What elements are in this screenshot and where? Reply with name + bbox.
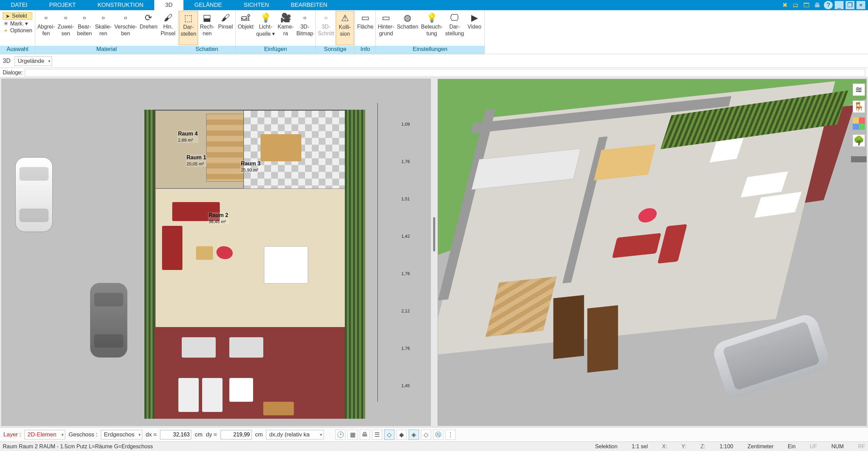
snap3-icon[interactable]: ◈ [409,430,419,440]
sonstige-btn-1[interactable]: ⚠Kolli-sion [336,11,354,45]
material-btn-4[interactable]: ▫Verschie-ben [113,11,138,45]
room-label-3: Raum 236,45 m² [208,212,229,224]
dim-right-1: 1,76 [401,159,410,164]
dx-input[interactable] [160,430,191,439]
material-icon-4: ▫ [119,12,132,23]
room-label-0: Raum 42,89 m² [177,131,198,143]
mark-button[interactable]: ✳Mark. ▾ [3,20,32,27]
status-scale: 1:100 [720,444,733,450]
menu-datei[interactable]: DATEI [0,0,38,10]
material-btn-1[interactable]: ▫Zuwei-sen [56,11,75,45]
window-minimize[interactable]: _ [835,1,844,9]
material-icon-6: 🖌 [162,12,175,23]
material-icon-1: ▫ [59,12,72,23]
bottom-icons: 🕑 ▦ 🖶 ☰ ◇ ◆ ◈ ◇ Ⓝ ⋮ [335,430,456,440]
nav-circle-icon[interactable]: Ⓝ [433,430,443,440]
room-label-2: Raum 325,90 m² [240,161,261,173]
2d-viewport[interactable]: Raum 42,89 m²Raum 120,05 m²Raum 325,90 m… [1,79,431,426]
tool2-icon[interactable]: 🗂 [791,1,800,9]
einfuegen-btn-1[interactable]: 💡Licht-quelle ▾ [255,11,276,45]
menu-sichten[interactable]: SICHTEN [233,0,280,10]
status-y: Y: [681,444,686,450]
info-btn-0[interactable]: ▭Fläche [356,11,375,45]
dialoge-label: Dialoge: [3,70,23,76]
einstellungen-btn-2[interactable]: 💡Beleuch-tung [420,11,444,45]
einstellungen-btn-1[interactable]: ◍Schatten [395,11,420,45]
snap1-icon[interactable]: ◇ [384,430,394,440]
status-x: X: [662,444,667,450]
dim-right-0: 1,09 [401,122,410,127]
window-close[interactable]: × [856,1,865,9]
layers-icon[interactable]: ≋ [853,84,865,96]
chair2-2d [202,378,223,412]
3d-viewport[interactable] [438,79,867,426]
menu-projekt[interactable]: PROJEKT [38,0,87,10]
einstellungen-btn-3[interactable]: 🖵Dar-stellung [444,11,465,45]
sonstige-btn-0[interactable]: ▫3D-Schnitt [316,11,336,45]
selekt-button[interactable]: ➤Selekt [3,12,32,20]
palette-icon[interactable] [853,118,865,130]
menu-konstruktion[interactable]: KONSTRUKTION [87,0,154,10]
material-icon-3: ▫ [97,12,110,23]
printer-icon[interactable]: 🖶 [360,430,370,440]
einstellungen-btn-0[interactable]: ▭Hinter-grund [376,11,395,45]
bean-red [216,246,233,259]
material-btn-2[interactable]: ▫Bear-beiten [75,11,94,45]
material-btn-3[interactable]: ▫Skalie-ren [94,11,113,45]
info-icon-0: ▭ [359,12,372,23]
group-schatten-label: Schatten [178,46,235,54]
optionen-button[interactable]: ＋Optionen [3,28,32,34]
grid-icon[interactable]: ▦ [348,430,358,440]
view-subbar: 3D Urgelände [0,54,868,68]
material-icon-2: ▫ [78,12,91,23]
status-ein: Ein [788,444,796,450]
stack-icon[interactable]: ☰ [372,430,382,440]
material-btn-6[interactable]: 🖌Hin.Pinsel [159,11,177,45]
menu-bearbeiten[interactable]: BEARBEITEN [280,0,338,10]
clock-icon[interactable]: 🕑 [335,430,346,440]
layer-select[interactable]: 2D-Elemen [24,430,65,439]
schatten-btn-2[interactable]: 🖌Pinsel [216,11,235,45]
einfuegen-btn-2[interactable]: 🎥Kame-ra [276,11,295,45]
material-btn-5[interactable]: ⟳Drehen [138,11,159,45]
material-btn-0[interactable]: ▫Abgrei-fen [36,11,56,45]
dim-right-5: 2,12 [401,308,410,313]
menu-3d[interactable]: 3D [154,0,183,10]
tree-icon[interactable]: 🌳 [853,134,865,147]
sonstige-icon-1: ⚠ [338,13,351,23]
furniture-icon[interactable]: 🪑 [853,101,865,113]
door2-3d [587,305,618,373]
more-icon[interactable]: ⋮ [445,430,456,440]
splitter[interactable] [432,77,436,427]
kitchen-table-2d [261,134,301,161]
dim-right-4: 1,76 [401,271,410,276]
terrace-2d [155,327,345,419]
toolbar-grip[interactable] [851,156,867,162]
coord-mode-select[interactable]: dx,dy (relativ ka [266,430,324,439]
tool-print-icon[interactable]: 🖶 [813,1,822,9]
snap4-icon[interactable]: ◇ [421,430,431,440]
group-sonstige-label: Sonstige [316,46,355,54]
help-icon[interactable]: ? [824,1,833,9]
tool1-icon[interactable]: ✖ [780,1,789,9]
mark-icon: ✳ [3,21,9,27]
dialoge-input[interactable] [25,69,865,76]
einstellungen-btn-4[interactable]: ▶Video [465,11,484,45]
menu-gelaende[interactable]: GELÄNDE [183,0,233,10]
dy-input[interactable] [220,430,252,439]
dining-table-2d [264,246,308,284]
snap2-icon[interactable]: ◆ [396,430,407,440]
layer-dropdown[interactable]: Urgelände [15,56,52,66]
einfuegen-btn-3[interactable]: ▫3D-Bitmap [295,11,315,45]
tool3-icon[interactable]: 🗔 [802,1,811,9]
window-restore[interactable]: ❐ [846,1,854,9]
house-outline: Raum 42,89 m²Raum 120,05 m²Raum 325,90 m… [155,110,345,327]
lounge2-2d [229,337,263,358]
dy-unit: cm [255,431,263,438]
dx-unit: cm [195,431,202,438]
geschoss-select[interactable]: Erdgeschos [101,430,142,439]
room-label-1: Raum 120,05 m² [186,155,207,167]
schatten-btn-1[interactable]: ⬓Rech-nen [198,11,216,45]
schatten-btn-0[interactable]: ⬚Dar-stellen [179,11,198,45]
einfuegen-btn-0[interactable]: 🛋Objekt [236,11,255,45]
